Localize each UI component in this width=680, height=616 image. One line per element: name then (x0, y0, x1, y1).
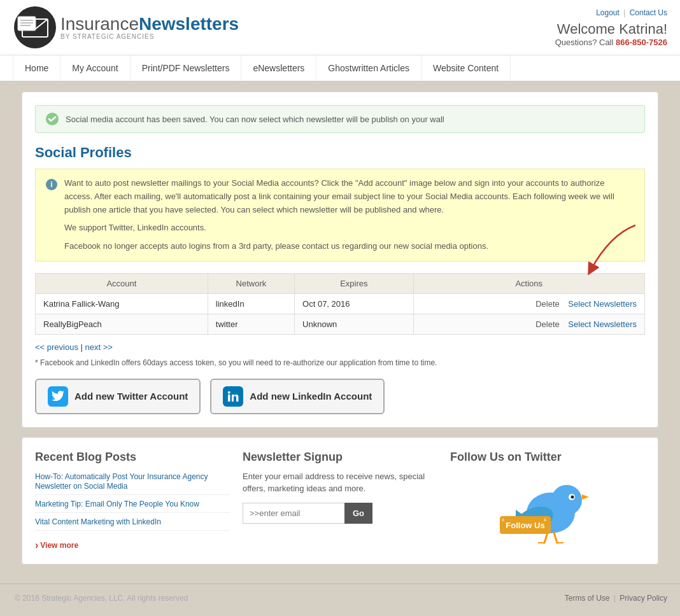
info-para3: Facebook no longer accepts auto logins f… (64, 240, 635, 253)
svg-point-15 (571, 495, 574, 498)
expires-2: Unknown (295, 314, 413, 334)
logo-area: InsuranceNewsletters BY STRATEGIC AGENCI… (13, 5, 239, 50)
logo-icon (13, 5, 57, 50)
nav-link-my-account[interactable]: My Account (60, 55, 130, 81)
blog-link-2[interactable]: Marketing Tip: Email Only The People You… (35, 500, 199, 508)
account-name-2: ReallyBigPeach (36, 314, 208, 334)
svg-marker-16 (582, 494, 589, 500)
info-box-content: Want to auto post newsletter mailings to… (64, 177, 635, 253)
info-icon: i (45, 178, 58, 191)
expires-1: Oct 07, 2016 (295, 293, 413, 314)
twitter-icon (48, 386, 68, 407)
nav-item-website-content: Website Content (421, 55, 511, 81)
blog-title: Recent Blog Posts (35, 451, 230, 464)
add-twitter-button[interactable]: Add new Twitter Account (35, 379, 201, 414)
network-1: linkedIn (208, 293, 294, 314)
col-expires: Expires (295, 273, 413, 293)
social-profiles-panel: Social media account has been saved. You… (22, 92, 658, 428)
view-more-label: View more (40, 541, 78, 550)
header-right: Logout | Contact Us Welcome Katrina! Que… (555, 8, 667, 47)
svg-line-19 (554, 533, 557, 543)
note-text: * Facebook and LinkedIn offers 60days ac… (35, 358, 645, 367)
twitter-follow-image[interactable]: Follow Us (497, 472, 599, 548)
delete-link-2[interactable]: Delete (535, 319, 560, 329)
nav-item-home: Home (13, 55, 60, 81)
list-item: Marketing Tip: Email Only The People You… (35, 499, 230, 513)
nav-item-ghostwritten: Ghostwritten Articles (316, 55, 421, 81)
nav-item-enewsletters: eNewsletters (241, 55, 316, 81)
nav-link-website-content[interactable]: Website Content (421, 55, 511, 81)
bottom-section: Recent Blog Posts How-To: Automatically … (35, 451, 645, 551)
email-input[interactable] (243, 503, 344, 524)
pagination: << previous | next >> (35, 342, 645, 352)
table-header: Account Network Expires Actions (36, 273, 645, 293)
newsletter-signup: Newsletter Signup Enter your email addre… (243, 451, 437, 551)
table-row: Katrina Fallick-Wang linkedIn Oct 07, 20… (36, 293, 645, 314)
select-newsletters-link-2[interactable]: Select Newsletters (568, 319, 637, 329)
bottom-panel: Recent Blog Posts How-To: Automatically … (22, 437, 658, 564)
select-newsletters-link-1[interactable]: Select Newsletters (568, 299, 637, 309)
phone-text: Questions? Call 866-850-7526 (555, 38, 667, 47)
success-text: Social media account has been saved. You… (66, 115, 444, 124)
logo-text: InsuranceNewsletters (60, 15, 239, 34)
add-linkedin-button[interactable]: Add new LinkedIn Account (210, 379, 385, 414)
nav-item-my-account: My Account (60, 55, 130, 81)
svg-text:Follow Us: Follow Us (506, 521, 544, 530)
svg-point-12 (551, 485, 582, 515)
delete-link-1[interactable]: Delete (535, 299, 560, 309)
nav-link-enewsletters[interactable]: eNewsletters (241, 55, 316, 81)
table-row: ReallyBigPeach twitter Unknown Delete Se… (36, 314, 645, 334)
col-account: Account (36, 273, 208, 293)
add-twitter-label: Add new Twitter Account (74, 391, 188, 402)
nav-list: Home My Account Print/PDF Newsletters eN… (13, 55, 667, 81)
accounts-table: Account Network Expires Actions Katrina … (35, 273, 645, 335)
info-para1: Want to auto post newsletter mailings to… (64, 177, 635, 216)
copyright: © 2016 Strategic Agencies, LLC. All righ… (15, 594, 188, 603)
contact-link[interactable]: Contact Us (630, 8, 667, 17)
footer: © 2016 Strategic Agencies, LLC. All righ… (0, 584, 680, 612)
blog-link-3[interactable]: Vital Content Marketing with LinkedIn (35, 517, 161, 526)
newsletter-desc: Enter your email address to receive news… (243, 470, 437, 495)
prev-link[interactable]: << previous (35, 342, 78, 352)
twitter-follow: Follow Us on Twitter (450, 451, 645, 551)
nav-link-print-pdf[interactable]: Print/PDF Newsletters (131, 55, 242, 81)
welcome-label: Welcome Katrina! (557, 21, 667, 37)
privacy-link[interactable]: Privacy Policy (620, 594, 667, 603)
col-network: Network (208, 273, 294, 293)
linkedin-icon (223, 386, 243, 407)
phone-number: 866-850-7526 (616, 38, 667, 47)
svg-text:i: i (50, 180, 52, 189)
blog-link-1[interactable]: How-To: Automatically Post Your Insuranc… (35, 472, 208, 491)
nav-item-print-pdf: Print/PDF Newsletters (131, 55, 242, 81)
svg-line-18 (544, 533, 548, 543)
list-item: How-To: Automatically Post Your Insuranc… (35, 472, 230, 495)
list-item: Vital Content Marketing with LinkedIn (35, 517, 230, 531)
main: Social media account has been saved. You… (9, 82, 671, 584)
actions-1: Delete Select Newsletters (413, 293, 644, 314)
account-name-1: Katrina Fallick-Wang (36, 293, 208, 314)
nav-link-ghostwritten[interactable]: Ghostwritten Articles (316, 55, 421, 81)
nav-link-home[interactable]: Home (13, 55, 60, 81)
view-more-link[interactable]: View more (35, 540, 78, 551)
questions-label: Questions? Call (555, 38, 614, 47)
header: InsuranceNewsletters BY STRATEGIC AGENCI… (0, 0, 680, 55)
info-para2: We support Twitter, LinkedIn accounts. (64, 221, 635, 235)
terms-link[interactable]: Terms of Use (565, 594, 610, 603)
newsletter-title: Newsletter Signup (243, 451, 437, 464)
go-button[interactable]: Go (344, 503, 372, 524)
table-body: Katrina Fallick-Wang linkedIn Oct 07, 20… (36, 293, 645, 334)
page-sep: | (81, 342, 85, 352)
network-2: twitter (208, 314, 294, 334)
next-link[interactable]: next >> (85, 342, 113, 352)
logout-link[interactable]: Logout (596, 8, 620, 17)
welcome-text: Welcome Katrina! (555, 21, 667, 38)
page-title: Social Profiles (35, 144, 645, 161)
top-sep: | (623, 8, 627, 17)
actions-2: Delete Select Newsletters (413, 314, 644, 334)
logo-newsletters: Newsletters (139, 14, 239, 34)
footer-sep: | (614, 594, 618, 603)
add-linkedin-label: Add new LinkedIn Account (250, 391, 372, 402)
twitter-bird-container: Follow Us (450, 472, 645, 548)
success-message: Social media account has been saved. You… (35, 105, 645, 133)
svg-rect-2 (18, 17, 36, 31)
